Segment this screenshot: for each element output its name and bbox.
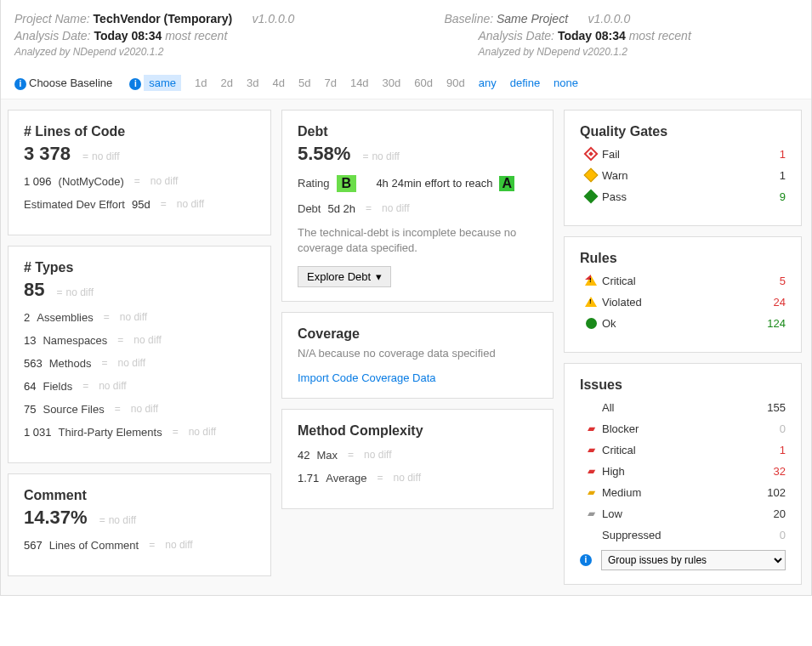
baseline-opt-4d[interactable]: 4d — [273, 76, 285, 89]
coverage-card: Coverage N/A because no coverage data sp… — [281, 312, 554, 399]
choose-baseline-label[interactable]: iChoose Baseline — [14, 76, 112, 90]
rules-ok-label: Ok — [602, 317, 752, 330]
baseline-opt-define[interactable]: define — [510, 76, 540, 89]
issues-card: Issues All155 ▰Blocker0 ▰Critical1 ▰High… — [564, 363, 802, 585]
qg-pass-label: Pass — [602, 190, 752, 203]
loc-deveffort-label: Estimated Dev Effort — [24, 198, 125, 211]
fail-icon — [584, 147, 599, 162]
baseline-opt-5d[interactable]: 5d — [298, 76, 310, 89]
baseline-opt-3d[interactable]: 3d — [247, 76, 258, 89]
ok-icon — [586, 318, 597, 329]
issues-low-row[interactable]: ▰Low20 — [580, 507, 786, 520]
critical-icon — [585, 275, 597, 286]
rules-ok-count: 124 — [752, 317, 786, 330]
types-row-label: Third-Party Elements — [59, 426, 162, 439]
rules-critical-row[interactable]: Critical5 — [580, 275, 786, 287]
qg-fail-row[interactable]: Fail1 — [580, 148, 786, 161]
issues-blocker-row[interactable]: ▰Blocker0 — [580, 422, 786, 435]
types-row-val: 64 — [24, 380, 36, 393]
critical-sev-icon: ▰ — [580, 444, 602, 456]
types-row-val: 2 — [24, 311, 30, 324]
qg-warn-row[interactable]: Warn1 — [580, 169, 786, 182]
issues-suppressed-row[interactable]: Suppressed0 — [580, 529, 786, 541]
debt-rating-label: Rating — [298, 177, 330, 190]
types-row-label: Namespaces — [43, 334, 107, 347]
group-issues-select[interactable]: Group issues by rules — [601, 550, 786, 570]
issues-suppressed-label: Suppressed — [580, 529, 752, 541]
rules-critical-label: Critical — [602, 275, 752, 287]
types-total: 85 — [24, 279, 44, 301]
types-row-val: 13 — [24, 334, 36, 347]
analysis-date-label: Analysis Date: — [14, 29, 90, 42]
issues-medium-row[interactable]: ▰Medium102 — [580, 486, 786, 499]
chevron-down-icon: ▾ — [376, 270, 382, 283]
info-icon[interactable]: i — [580, 554, 592, 566]
types-row-val: 563 — [24, 357, 43, 370]
equals-icon: = — [161, 198, 167, 210]
equals-icon: = — [134, 175, 140, 187]
explore-debt-button[interactable]: Explore Debt▾ — [298, 266, 391, 287]
complexity-card: Method Complexity 42Max=no diff 1.71Aver… — [281, 409, 554, 509]
comment-pct: 14.37% — [24, 507, 88, 529]
qg-warn-label: Warn — [602, 169, 752, 182]
baseline-opt-90d[interactable]: 90d — [446, 76, 465, 89]
comment-title: Comment — [24, 488, 255, 503]
baseline-opt-60d[interactable]: 60d — [414, 76, 433, 89]
issues-high-row[interactable]: ▰High32 — [580, 465, 786, 478]
import-coverage-link[interactable]: Import Code Coverage Data — [298, 371, 537, 384]
nodiff-text: no diff — [133, 334, 161, 346]
rules-violated-row[interactable]: Violated24 — [580, 296, 786, 309]
rules-ok-row[interactable]: Ok124 — [580, 317, 786, 330]
baseline-opt-7d[interactable]: 7d — [324, 76, 336, 89]
types-row-val: 1 031 — [24, 426, 52, 439]
types-row-label: Source Files — [43, 403, 104, 416]
rules-violated-label: Violated — [602, 296, 752, 309]
baseline-opt-30d[interactable]: 30d — [383, 76, 401, 89]
baseline-opt-14d[interactable]: 14d — [350, 76, 369, 89]
lines-of-code-card: # Lines of Code 3 378=no diff 1 096 (Not… — [8, 110, 271, 235]
baseline-date-label: Analysis Date: — [479, 29, 554, 42]
warn-icon — [584, 168, 599, 183]
baseline-opt-2d[interactable]: 2d — [221, 76, 233, 89]
analysis-date-suffix: most recent — [165, 29, 227, 42]
issues-all-count: 155 — [752, 401, 786, 414]
nodiff-text: no diff — [131, 403, 158, 415]
baseline-opt-any[interactable]: any — [479, 76, 497, 89]
quality-gates-card: Quality Gates Fail1 Warn1 Pass9 — [564, 110, 802, 226]
rules-violated-count: 24 — [752, 296, 786, 309]
debt-value: 5d 2h — [327, 202, 355, 215]
loc-deveffort-val: 95d — [132, 198, 150, 211]
debt-rating-badge: B — [337, 175, 357, 192]
issues-all-row[interactable]: All155 — [580, 401, 786, 414]
nodiff-text: no diff — [189, 426, 216, 438]
baseline-opt-1d[interactable]: 1d — [195, 76, 207, 89]
issues-blocker-count: 0 — [752, 422, 786, 435]
nodiff-text: no diff — [382, 202, 409, 214]
baseline-opt-none[interactable]: none — [554, 76, 578, 89]
types-row-label: Methods — [49, 357, 92, 370]
equals-icon: = — [362, 150, 368, 162]
comment-row-label: Lines of Comment — [49, 539, 139, 552]
baseline-opt-same[interactable]: isame — [129, 76, 181, 90]
equals-icon: = — [99, 514, 105, 526]
equals-icon: = — [82, 380, 88, 392]
nodiff-text: no diff — [165, 539, 192, 551]
debt-target-badge: A — [499, 176, 514, 191]
project-name: TechVendor (Temporary) — [94, 12, 233, 26]
coverage-title: Coverage — [298, 326, 537, 342]
issues-high-count: 32 — [752, 465, 786, 478]
equals-icon: = — [82, 150, 88, 162]
issues-low-label: Low — [602, 507, 752, 520]
equals-icon: = — [115, 403, 121, 415]
issues-low-count: 20 — [752, 507, 786, 520]
issues-critical-row[interactable]: ▰Critical1 — [580, 444, 786, 456]
violated-icon — [585, 297, 597, 307]
complexity-max-label: Max — [316, 449, 338, 462]
rules-card: Rules Critical5 Violated24 Ok124 — [564, 236, 802, 353]
baseline-name: Same Project — [497, 12, 568, 26]
qg-pass-row[interactable]: Pass9 — [580, 190, 786, 203]
coverage-message: N/A because no coverage data specified — [298, 347, 537, 360]
project-version: v1.0.0.0 — [253, 12, 295, 26]
issues-title: Issues — [580, 377, 786, 393]
nodiff-text: no diff — [177, 198, 204, 210]
